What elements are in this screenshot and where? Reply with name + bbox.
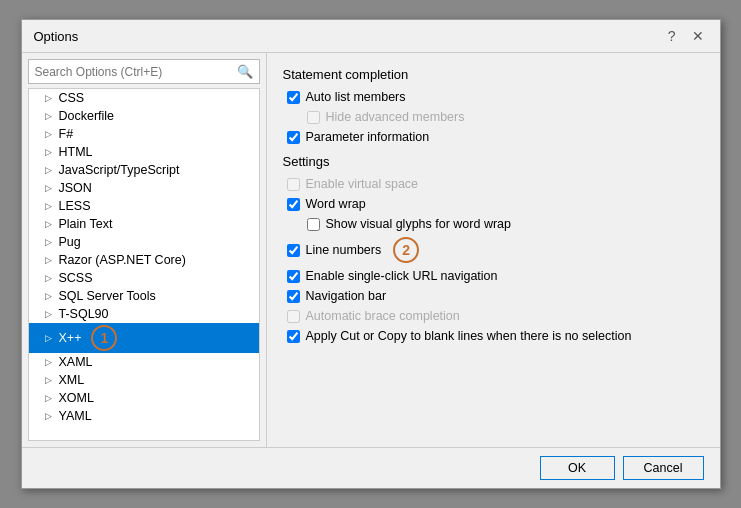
tree-arrow-icon: ▷	[45, 219, 55, 229]
single-click-row: Enable single-click URL navigation	[283, 269, 704, 283]
tree-item-label: XOML	[59, 391, 94, 405]
tree-item-label: XML	[59, 373, 85, 387]
tree-item[interactable]: ▷X++1	[29, 323, 259, 353]
show-glyphs-row: Show visual glyphs for word wrap	[283, 217, 704, 231]
nav-bar-row: Navigation bar	[283, 289, 704, 303]
tree-arrow-icon: ▷	[45, 357, 55, 367]
search-input[interactable]	[35, 65, 237, 79]
tree-item[interactable]: ▷Pug	[29, 233, 259, 251]
search-icon: 🔍	[237, 64, 253, 79]
tree-item[interactable]: ▷XML	[29, 371, 259, 389]
param-info-checkbox[interactable]	[287, 131, 300, 144]
tree-arrow-icon: ▷	[45, 147, 55, 157]
virtual-space-label: Enable virtual space	[306, 177, 419, 191]
auto-brace-row: Automatic brace completion	[283, 309, 704, 323]
left-panel: 🔍 ▷CSS▷Dockerfile▷F#▷HTML▷JavaScript/Typ…	[22, 53, 267, 447]
tree-arrow-icon: ▷	[45, 129, 55, 139]
apply-cut-label: Apply Cut or Copy to blank lines when th…	[306, 329, 632, 343]
tree-item-label: LESS	[59, 199, 91, 213]
title-bar-left: Options	[34, 29, 79, 44]
auto-list-row: Auto list members	[283, 90, 704, 104]
title-bar-right: ? ✕	[664, 28, 708, 44]
tree-item[interactable]: ▷JavaScript/TypeScript	[29, 161, 259, 179]
apply-cut-row: Apply Cut or Copy to blank lines when th…	[283, 329, 704, 343]
auto-brace-checkbox[interactable]	[287, 310, 300, 323]
tree-item[interactable]: ▷HTML	[29, 143, 259, 161]
auto-brace-label: Automatic brace completion	[306, 309, 460, 323]
tree-item[interactable]: ▷JSON	[29, 179, 259, 197]
auto-list-checkbox[interactable]	[287, 91, 300, 104]
tree-arrow-icon: ▷	[45, 111, 55, 121]
param-info-row: Parameter information	[283, 130, 704, 144]
dialog-footer: OK Cancel	[22, 447, 720, 488]
tree-item[interactable]: ▷Plain Text	[29, 215, 259, 233]
tree-item[interactable]: ▷XOML	[29, 389, 259, 407]
cancel-button[interactable]: Cancel	[623, 456, 704, 480]
tree-item[interactable]: ▷CSS	[29, 89, 259, 107]
hide-advanced-checkbox[interactable]	[307, 111, 320, 124]
tree-item[interactable]: ▷YAML	[29, 407, 259, 425]
tree-item-label: JavaScript/TypeScript	[59, 163, 180, 177]
show-glyphs-checkbox[interactable]	[307, 218, 320, 231]
hide-advanced-row: Hide advanced members	[283, 110, 704, 124]
word-wrap-checkbox[interactable]	[287, 198, 300, 211]
word-wrap-label: Word wrap	[306, 197, 366, 211]
search-box[interactable]: 🔍	[28, 59, 260, 84]
nav-bar-label: Navigation bar	[306, 289, 387, 303]
tree-item[interactable]: ▷SCSS	[29, 269, 259, 287]
nav-bar-checkbox[interactable]	[287, 290, 300, 303]
tree-item[interactable]: ▷XAML	[29, 353, 259, 371]
tree-item-label: SQL Server Tools	[59, 289, 156, 303]
tree-item-label: Plain Text	[59, 217, 113, 231]
dialog-body: 🔍 ▷CSS▷Dockerfile▷F#▷HTML▷JavaScript/Typ…	[22, 53, 720, 447]
tree-item-label: X++	[59, 331, 82, 345]
tree-arrow-icon: ▷	[45, 165, 55, 175]
hide-advanced-label: Hide advanced members	[326, 110, 465, 124]
tree-item-label: HTML	[59, 145, 93, 159]
tree-item-label: JSON	[59, 181, 92, 195]
tree-item-label: YAML	[59, 409, 92, 423]
section-statement-title: Statement completion	[283, 67, 704, 82]
tree-arrow-icon: ▷	[45, 273, 55, 283]
callout-2: 2	[393, 237, 419, 263]
auto-list-label: Auto list members	[306, 90, 406, 104]
line-numbers-row: Line numbers 2	[283, 237, 704, 263]
right-panel: Statement completion Auto list members H…	[267, 53, 720, 447]
tree-item-label: Dockerfile	[59, 109, 115, 123]
virtual-space-checkbox[interactable]	[287, 178, 300, 191]
single-click-checkbox[interactable]	[287, 270, 300, 283]
tree-item-label: T-SQL90	[59, 307, 109, 321]
title-bar: Options ? ✕	[22, 20, 720, 53]
tree-item[interactable]: ▷F#	[29, 125, 259, 143]
line-numbers-checkbox[interactable]	[287, 244, 300, 257]
tree-arrow-icon: ▷	[45, 255, 55, 265]
single-click-label: Enable single-click URL navigation	[306, 269, 498, 283]
options-dialog: Options ? ✕ 🔍 ▷CSS▷Dockerfile▷F#▷HTML▷Ja…	[21, 19, 721, 489]
close-button[interactable]: ✕	[688, 28, 708, 44]
tree-arrow-icon: ▷	[45, 291, 55, 301]
settings-divider: Settings	[283, 154, 704, 169]
tree-item[interactable]: ▷Dockerfile	[29, 107, 259, 125]
tree-item-label: SCSS	[59, 271, 93, 285]
ok-button[interactable]: OK	[540, 456, 615, 480]
tree-arrow-icon: ▷	[45, 183, 55, 193]
callout-1: 1	[91, 325, 117, 351]
apply-cut-checkbox[interactable]	[287, 330, 300, 343]
tree-arrow-icon: ▷	[45, 411, 55, 421]
tree-arrow-icon: ▷	[45, 333, 55, 343]
tree-item[interactable]: ▷Razor (ASP.NET Core)	[29, 251, 259, 269]
tree-item-label: CSS	[59, 91, 85, 105]
tree-item[interactable]: ▷SQL Server Tools	[29, 287, 259, 305]
tree-item-label: Razor (ASP.NET Core)	[59, 253, 186, 267]
tree-list[interactable]: ▷CSS▷Dockerfile▷F#▷HTML▷JavaScript/TypeS…	[28, 88, 260, 441]
line-numbers-label: Line numbers	[306, 243, 382, 257]
tree-arrow-icon: ▷	[45, 201, 55, 211]
tree-arrow-icon: ▷	[45, 393, 55, 403]
tree-arrow-icon: ▷	[45, 309, 55, 319]
tree-item[interactable]: ▷T-SQL90	[29, 305, 259, 323]
tree-item-label: XAML	[59, 355, 93, 369]
help-button[interactable]: ?	[664, 28, 680, 44]
tree-item-label: Pug	[59, 235, 81, 249]
tree-arrow-icon: ▷	[45, 375, 55, 385]
tree-item[interactable]: ▷LESS	[29, 197, 259, 215]
